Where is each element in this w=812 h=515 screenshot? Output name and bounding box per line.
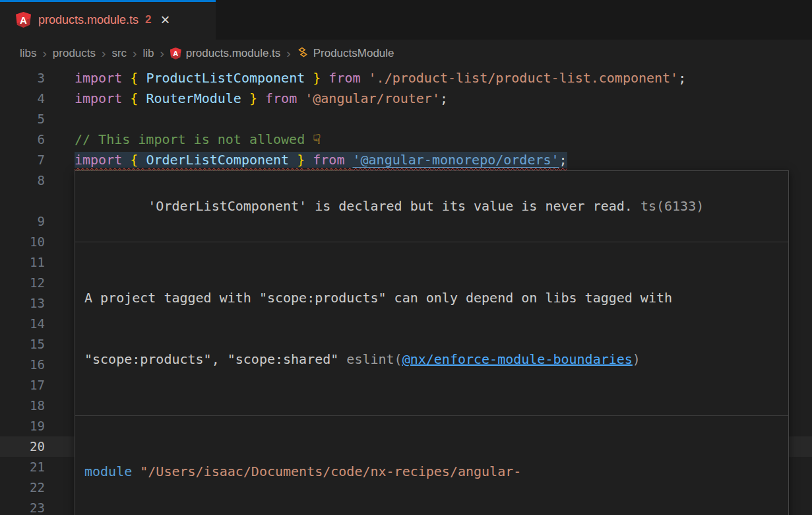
angular-file-icon: [170, 48, 181, 59]
chevron-right-icon: ›: [43, 46, 47, 61]
code-line-text: import { OrderListComponent } from '@ang…: [75, 150, 567, 170]
line-number: 15: [0, 334, 45, 355]
module-keyword: module: [84, 464, 132, 479]
close-icon[interactable]: ×: [161, 12, 170, 28]
error-squiggle: import { OrderListComponent } from '@ang…: [75, 152, 567, 168]
chevron-right-icon: ›: [133, 46, 137, 61]
line-number: 20: [0, 436, 45, 457]
diagnostic-eslint-line2: "scope:products", "scope:shared" eslint(…: [84, 349, 779, 370]
line-number: 14: [0, 314, 45, 334]
hover-popup: 'OrderListComponent' is declared but its…: [75, 170, 789, 515]
diagnostic-eslint-line1: A project tagged with "scope:products" c…: [84, 288, 779, 308]
line-number: 3: [0, 68, 45, 88]
angular-file-icon: [16, 12, 31, 28]
code-line: 7import { OrderListComponent } from '@an…: [0, 150, 812, 170]
line-number: 12: [0, 273, 45, 293]
breadcrumb: libs › products › src › lib › products.m…: [0, 40, 812, 67]
breadcrumb-item-symbol[interactable]: ProductsModule: [297, 46, 394, 61]
line-number: 6: [0, 129, 45, 150]
diagnostic-ts-code: ts(6133): [633, 198, 704, 214]
line-number: 7: [0, 150, 45, 170]
line-number: 23: [0, 498, 45, 515]
module-info: module "/Users/isaac/Documents/code/nx-r…: [75, 416, 788, 515]
chevron-right-icon: ›: [286, 46, 290, 61]
line-number: 18: [0, 395, 45, 416]
line-number: 10: [0, 232, 45, 252]
breadcrumb-item-lib[interactable]: lib: [142, 47, 154, 60]
code-editor[interactable]: 3import { ProductListComponent } from '.…: [0, 67, 812, 515]
line-number: 17: [0, 375, 45, 395]
code-line-text: // This import is not allowed ☟: [75, 129, 321, 150]
breadcrumb-item-src[interactable]: src: [111, 47, 127, 60]
active-tab-indicator: [0, 0, 216, 2]
chevron-right-icon: ›: [102, 46, 106, 61]
code-line: 5: [0, 109, 812, 129]
line-number: 16: [0, 355, 45, 375]
code-line-text: import { RouterModule } from '@angular/r…: [75, 88, 448, 109]
breadcrumb-item-libs[interactable]: libs: [20, 47, 37, 60]
diagnostic-typescript: 'OrderListComponent' is declared but its…: [75, 171, 788, 242]
line-number: 9: [0, 211, 45, 232]
line-number: 4: [0, 88, 45, 109]
line-number: 21: [0, 457, 45, 477]
line-number: 8: [0, 170, 45, 191]
code-line: 6// This import is not allowed ☟: [0, 129, 812, 150]
code-line: 3import { ProductListComponent } from '.…: [0, 68, 812, 88]
breadcrumb-item-file[interactable]: products.module.ts: [170, 47, 281, 60]
chevron-right-icon: ›: [160, 46, 164, 61]
eslint-rule-link[interactable]: @nx/enforce-module-boundaries: [402, 351, 633, 367]
tab-problem-count-badge: 2: [145, 13, 151, 26]
line-number: 13: [0, 293, 45, 314]
tab-products-module[interactable]: products.module.ts 2 ×: [0, 0, 216, 40]
line-number: 22: [0, 477, 45, 498]
code-line-text: import { ProductListComponent } from './…: [75, 68, 686, 88]
vscode-window: products.module.ts 2 × libs › products ›…: [0, 0, 812, 515]
tab-title: products.module.ts: [38, 13, 139, 27]
line-number: 5: [0, 109, 45, 129]
code-line: 4import { RouterModule } from '@angular/…: [0, 88, 812, 109]
line-number: 11: [0, 252, 45, 273]
tab-bar: products.module.ts 2 ×: [0, 0, 812, 40]
line-number: 19: [0, 416, 45, 436]
diagnostic-ts-message: 'OrderListComponent' is declared but its…: [148, 198, 633, 214]
breadcrumb-item-products[interactable]: products: [53, 47, 96, 60]
diagnostic-eslint: A project tagged with "scope:products" c…: [75, 242, 788, 416]
class-symbol-icon: [297, 46, 309, 61]
